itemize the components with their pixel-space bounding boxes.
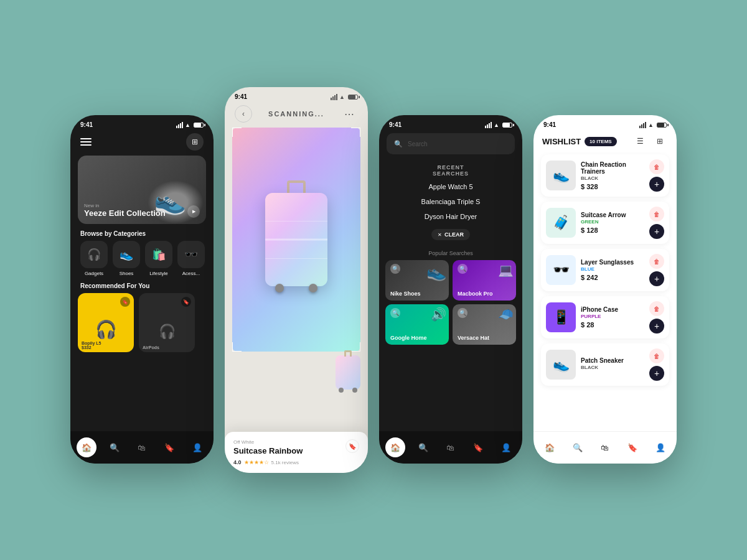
recent-item-3[interactable]: Dyson Hair Dryer bbox=[379, 209, 522, 224]
back-button[interactable]: ‹ bbox=[235, 105, 252, 123]
nav-home-3[interactable]: 🏠 bbox=[385, 437, 405, 457]
item-color-5: BLACK bbox=[581, 365, 644, 370]
popular-macbook-pro[interactable]: 🔍 💻 Macbook Pro bbox=[453, 260, 516, 301]
recent-item-2[interactable]: Balenciaga Triple S bbox=[379, 194, 522, 209]
wheel-left bbox=[275, 284, 284, 292]
nav-profile-4[interactable]: 👤 bbox=[651, 438, 670, 458]
nav-bookmark-1[interactable]: 🔖 bbox=[159, 437, 179, 457]
search-icon: 🔍 bbox=[110, 443, 120, 452]
wifi-icon-3: ▲ bbox=[494, 122, 499, 128]
time-1: 9:41 bbox=[80, 121, 93, 128]
menu-icon[interactable] bbox=[80, 138, 92, 146]
nav-search-4[interactable]: 🔍 bbox=[568, 438, 588, 458]
list-view-btn[interactable]: ☰ bbox=[632, 133, 648, 149]
nike-label: Nike Shoes bbox=[385, 291, 426, 301]
product-card: Off White Suitcase Rainbow 🔖 4.0 ★★★★☆ 5… bbox=[225, 432, 368, 473]
category-accessories[interactable]: 🕶️ Acess... bbox=[177, 241, 205, 276]
category-lifestyle[interactable]: 🛍️ Lifestyle bbox=[145, 241, 172, 276]
qr-button[interactable]: ⊞ bbox=[186, 133, 204, 151]
search-bar[interactable]: 🔍 Search bbox=[387, 133, 515, 154]
item-actions-1: 🗑 + bbox=[649, 159, 664, 192]
bag-icon-3: 🛍 bbox=[446, 443, 454, 452]
lifestyle-label: Lifestyle bbox=[149, 271, 167, 276]
nav-bag-3[interactable]: 🛍 bbox=[441, 437, 461, 457]
accessories-label: Acess... bbox=[182, 271, 200, 276]
play-button[interactable]: ▶ bbox=[187, 205, 200, 218]
nav-bag-1[interactable]: 🛍 bbox=[132, 437, 152, 457]
signal-icon bbox=[176, 122, 183, 128]
add-btn-4[interactable]: + bbox=[649, 319, 664, 334]
bookmark-icon-1[interactable]: 🔖 bbox=[120, 297, 130, 307]
more-button[interactable]: ⋯ bbox=[341, 105, 358, 123]
product-info: Off White Suitcase Rainbow 🔖 bbox=[233, 439, 359, 455]
nav-profile-1[interactable]: 👤 bbox=[187, 437, 207, 457]
nav-bag-4[interactable]: 🛍 bbox=[595, 438, 615, 458]
recent-item-1[interactable]: Apple Watch 5 bbox=[379, 179, 522, 194]
nav-bookmark-4[interactable]: 🔖 bbox=[622, 438, 642, 458]
phone-search: 9:41 ▲ 🔍 Search RECENTSEARCHES Apple Wat… bbox=[379, 115, 522, 464]
item-color-4: PURPLE bbox=[581, 314, 644, 319]
brand-label: Off White bbox=[233, 439, 303, 445]
scan-corner-br bbox=[351, 342, 360, 352]
search-icon-3: 🔍 bbox=[394, 140, 403, 148]
bookmark-nav-icon: 🔖 bbox=[164, 443, 174, 452]
hero-title: Yeeze Edit Collection bbox=[84, 208, 166, 218]
delete-btn-1[interactable]: 🗑 bbox=[649, 159, 664, 174]
popular-nike-shoes[interactable]: 🔍 👟 Nike Shoes bbox=[385, 260, 449, 301]
item-name-5: Patch Sneaker bbox=[581, 357, 644, 364]
nav-search-3[interactable]: 🔍 bbox=[413, 437, 433, 457]
category-gadgets[interactable]: 🎧 Gadgets bbox=[80, 241, 108, 276]
item-actions-2: 🗑 + bbox=[649, 207, 664, 239]
signal-icon-3 bbox=[485, 122, 492, 128]
wifi-icon-4: ▲ bbox=[648, 122, 654, 128]
item-actions-3: 🗑 + bbox=[649, 254, 664, 286]
add-btn-3[interactable]: + bbox=[649, 271, 664, 286]
popular-grid: 🔍 👟 Nike Shoes 🔍 💻 Macbook Pro 🔍 🔊 Googl… bbox=[379, 260, 522, 345]
category-shoes[interactable]: 👟 Shoes bbox=[113, 241, 140, 276]
search-nav-icon-3: 🔍 bbox=[418, 443, 428, 452]
suitcase-image bbox=[232, 128, 360, 352]
battery-icon-4 bbox=[657, 123, 667, 128]
clear-button[interactable]: ✕ CLEAR bbox=[431, 229, 470, 240]
shoes-search-icon: 🔍 bbox=[390, 264, 400, 274]
add-btn-2[interactable]: + bbox=[649, 224, 664, 239]
bookmark-icon-2[interactable]: 🔖 bbox=[181, 297, 191, 307]
popular-google-home[interactable]: 🔍 🔊 Google Home bbox=[385, 304, 449, 345]
nav-home-4[interactable]: 🏠 bbox=[540, 438, 560, 458]
google-label: Google Home bbox=[385, 335, 432, 345]
nav-profile-3[interactable]: 👤 bbox=[496, 437, 516, 457]
nav-search-1[interactable]: 🔍 bbox=[105, 437, 125, 457]
scanner-area bbox=[232, 128, 360, 352]
home-icon: 🏠 bbox=[82, 443, 92, 452]
rec-card-1[interactable]: 🔖 🎧 Bopily L5$332 bbox=[78, 293, 134, 352]
product-bookmark[interactable]: 🔖 bbox=[345, 439, 359, 453]
rec-card-2[interactable]: 🔖 🎧 AirPods bbox=[139, 293, 195, 352]
item-actions-5: 🗑 + bbox=[649, 348, 664, 381]
item-color-1: BLACK bbox=[581, 175, 644, 181]
add-btn-5[interactable]: + bbox=[649, 366, 664, 381]
hero-banner[interactable]: New in Yeeze Edit Collection ▶ bbox=[78, 156, 206, 224]
recent-searches-title: RECENTSEARCHES bbox=[379, 159, 522, 179]
battery-icon-3 bbox=[502, 123, 512, 128]
wishlist-item-3: 🕶️ Layer Sunglasses BLUE $ 242 🗑 + bbox=[541, 249, 669, 291]
delete-btn-5[interactable]: 🗑 bbox=[649, 348, 664, 363]
search-icon-4: 🔍 bbox=[573, 443, 583, 452]
delete-btn-3[interactable]: 🗑 bbox=[649, 254, 664, 269]
macbook-product-image: 💻 bbox=[498, 263, 514, 278]
add-btn-1[interactable]: + bbox=[649, 177, 664, 192]
popular-versace-hat[interactable]: 🔍 🧢 Versace Hat bbox=[453, 304, 516, 345]
bookmark-icon-4: 🔖 bbox=[627, 443, 637, 452]
rating-row: 4.0 ★★★★☆ 5.1k reviews bbox=[233, 459, 359, 465]
item-img-3: 🕶️ bbox=[546, 255, 576, 285]
grid-view-btn[interactable]: ⊞ bbox=[652, 133, 668, 149]
nav-home-1[interactable]: 🏠 bbox=[77, 437, 96, 457]
rating-value: 4.0 bbox=[233, 459, 242, 465]
scanning-label: SCANNING... bbox=[268, 110, 324, 118]
nav-bookmark-3[interactable]: 🔖 bbox=[468, 437, 488, 457]
status-bar-2: 9:41 ▲ bbox=[225, 87, 368, 103]
delete-btn-2[interactable]: 🗑 bbox=[649, 207, 664, 222]
delete-btn-4[interactable]: 🗑 bbox=[649, 301, 664, 316]
search-placeholder: Search bbox=[408, 141, 428, 147]
profile-icon-3: 👤 bbox=[501, 443, 511, 452]
versace-label: Versace Hat bbox=[453, 335, 494, 345]
